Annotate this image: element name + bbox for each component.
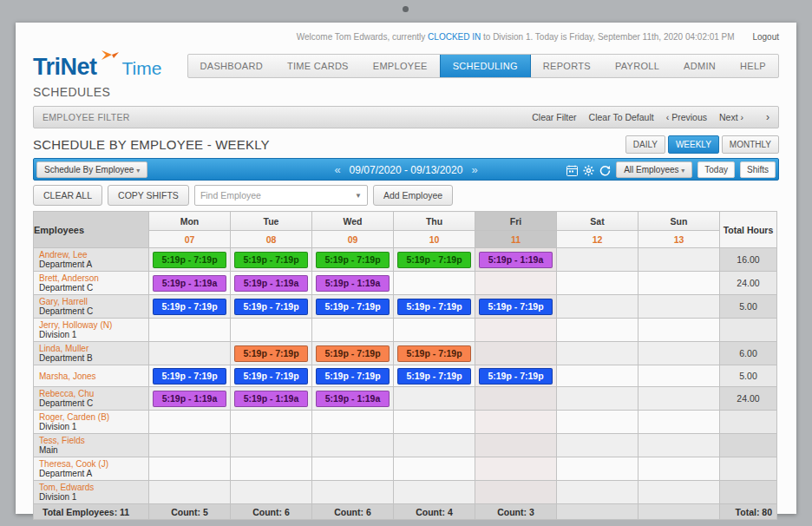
nav-tab-admin[interactable]: ADMIN (671, 55, 728, 77)
shift-block-purple[interactable]: 5:19p - 1:19a (153, 275, 226, 292)
shift-cell[interactable]: 5:19p - 7:19p (394, 248, 475, 272)
shift-cell[interactable]: 5:19p - 7:19p (312, 295, 394, 319)
shift-cell[interactable] (149, 342, 231, 365)
shift-cell[interactable]: 5:19p - 1:19a (312, 272, 394, 295)
shift-block-green[interactable]: 5:19p - 7:19p (153, 252, 226, 268)
prev-week-button[interactable]: « (334, 163, 340, 176)
shift-cell[interactable] (638, 319, 720, 342)
employee-name[interactable]: Rebecca, Chu (39, 389, 143, 398)
shift-block-blue[interactable]: 5:19p - 7:19p (234, 368, 308, 385)
employee-cell-brett-anderson[interactable]: Brett, AndersonDepartment C (34, 272, 149, 295)
shift-block-purple[interactable]: 5:19p - 1:19a (234, 275, 308, 292)
date-header-11[interactable]: 11 (475, 231, 557, 248)
shift-cell[interactable] (394, 457, 475, 481)
shift-cell[interactable]: 5:19p - 7:19p (312, 248, 394, 272)
shift-cell[interactable] (149, 411, 231, 434)
shift-cell[interactable] (149, 481, 231, 504)
employee-name[interactable]: Theresa, Cook (J) (39, 459, 143, 469)
shift-block-orange[interactable]: 5:19p - 7:19p (316, 345, 390, 362)
shift-cell[interactable] (557, 272, 638, 295)
shift-cell[interactable] (312, 319, 394, 342)
scroll-right-arrow-icon[interactable]: › (722, 523, 725, 526)
shift-block-purple[interactable]: 5:19p - 1:19a (234, 391, 308, 407)
shift-cell[interactable] (231, 457, 312, 481)
shift-cell[interactable]: 5:19p - 7:19p (312, 342, 394, 365)
shift-cell[interactable]: 5:19p - 7:19p (231, 248, 312, 272)
copy-shifts-button[interactable]: COPY SHIFTS (108, 185, 189, 206)
employee-cell-tom-edwards[interactable]: Tom, EdwardsDivision 1 (34, 481, 149, 504)
day-header-mon[interactable]: Mon (149, 212, 231, 231)
employee-cell-gary-harrell[interactable]: Gary, HarrellDepartment C (34, 295, 149, 319)
shift-cell[interactable] (557, 319, 638, 342)
shift-cell[interactable] (312, 481, 394, 504)
shift-cell[interactable]: 5:19p - 1:19a (149, 272, 231, 295)
shift-cell[interactable] (231, 411, 312, 434)
all-employees-dropdown[interactable]: All Employees ▾ (616, 161, 692, 178)
shift-cell[interactable] (394, 272, 475, 295)
shift-cell[interactable] (394, 434, 475, 457)
today-button[interactable]: Today (697, 161, 735, 178)
shift-cell[interactable] (394, 319, 475, 342)
shift-cell[interactable] (557, 411, 638, 434)
filter-link-next[interactable]: Next › (719, 112, 743, 122)
shift-cell[interactable]: 5:19p - 7:19p (231, 295, 312, 319)
employee-name[interactable]: Gary, Harrell (39, 297, 143, 306)
day-header-fri[interactable]: Fri (475, 212, 557, 231)
date-header-12[interactable]: 12 (557, 231, 638, 248)
shift-cell[interactable] (557, 295, 638, 319)
find-employee-combobox[interactable]: Find Employee ▼ (194, 185, 368, 206)
shift-block-purple[interactable]: 5:19p - 1:19a (316, 275, 390, 292)
filter-link-clear-to-default[interactable]: Clear To Default (589, 112, 654, 122)
shift-cell[interactable] (394, 481, 475, 504)
employee-name[interactable]: Tess, Fields (39, 436, 143, 445)
shift-cell[interactable]: 5:19p - 7:19p (394, 295, 475, 319)
filter-link-previous[interactable]: ‹ Previous (666, 112, 707, 122)
logout-link[interactable]: Logout (752, 32, 779, 42)
shift-block-blue[interactable]: 5:19p - 7:19p (397, 368, 471, 385)
employee-cell-linda-muller[interactable]: Linda, MullerDepartment B (34, 342, 149, 365)
shift-block-blue[interactable]: 5:19p - 7:19p (316, 299, 390, 315)
nav-tab-reports[interactable]: REPORTS (531, 55, 603, 77)
shift-cell[interactable] (557, 387, 638, 411)
employee-cell-jerry-holloway-n[interactable]: Jerry, Holloway (N)Division 1 (34, 319, 149, 342)
employee-filter-bar[interactable]: EMPLOYEE FILTER Clear FilterClear To Def… (33, 106, 779, 128)
shift-block-orange[interactable]: 5:19p - 7:19p (234, 345, 308, 362)
clear-all-button[interactable]: CLEAR ALL (33, 185, 102, 206)
day-header-tue[interactable]: Tue (231, 212, 312, 231)
day-header-thu[interactable]: Thu (394, 212, 475, 231)
employee-name[interactable]: Roger, Carden (B) (39, 412, 143, 422)
shift-cell[interactable] (475, 319, 557, 342)
shift-cell[interactable]: 5:19p - 7:19p (231, 342, 312, 365)
employee-cell-tess-fields[interactable]: Tess, FieldsMain (34, 434, 149, 457)
shift-cell[interactable] (475, 387, 557, 411)
shift-block-blue[interactable]: 5:19p - 7:19p (316, 368, 390, 385)
shift-cell[interactable] (557, 481, 638, 504)
employee-name[interactable]: Andrew, Lee (39, 250, 143, 260)
employee-name[interactable]: Brett, Anderson (39, 273, 143, 283)
shift-cell[interactable] (638, 457, 720, 481)
shift-block-blue[interactable]: 5:19p - 7:19p (479, 299, 553, 315)
shift-cell[interactable] (312, 434, 394, 457)
date-header-13[interactable]: 13 (638, 231, 720, 248)
add-employee-button[interactable]: Add Employee (373, 185, 453, 206)
shift-block-green[interactable]: 5:19p - 7:19p (316, 252, 390, 268)
employee-cell-theresa-cook-j[interactable]: Theresa, Cook (J)Department A (34, 457, 149, 481)
employee-cell-marsha-jones[interactable]: Marsha, Jones (34, 365, 149, 387)
shift-cell[interactable] (475, 272, 557, 295)
shift-cell[interactable]: 5:19p - 1:19a (312, 387, 394, 411)
shift-cell[interactable] (394, 387, 475, 411)
shift-cell[interactable]: 5:19p - 7:19p (475, 365, 557, 387)
shift-block-blue[interactable]: 5:19p - 7:19p (479, 368, 553, 385)
shift-cell[interactable] (557, 434, 638, 457)
shift-cell[interactable] (638, 248, 720, 272)
shift-cell[interactable]: 5:19p - 7:19p (149, 365, 231, 387)
shift-cell[interactable] (475, 411, 557, 434)
shift-block-blue[interactable]: 5:19p - 7:19p (234, 299, 308, 315)
shift-cell[interactable] (149, 319, 231, 342)
shift-block-blue[interactable]: 5:19p - 7:19p (153, 299, 226, 315)
employee-name[interactable]: Jerry, Holloway (N) (39, 320, 143, 330)
date-header-07[interactable]: 07 (149, 231, 231, 248)
shift-block-purple[interactable]: 5:19p - 1:19a (479, 252, 553, 268)
refresh-icon[interactable] (599, 164, 611, 175)
employee-cell-andrew-lee[interactable]: Andrew, LeeDepartment A (34, 248, 149, 272)
